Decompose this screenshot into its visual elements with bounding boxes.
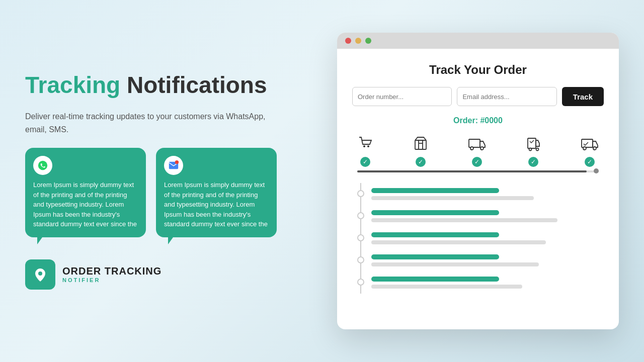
timeline-bar-secondary [371, 196, 534, 200]
timeline-item [357, 272, 604, 294]
browser-content: Track Your Order Track Order: #0000 ✓ [337, 49, 619, 329]
chat-card-email: Lorem Ipsum is simply dummy text of the … [156, 148, 277, 237]
svg-rect-10 [528, 138, 536, 148]
timeline-item [357, 183, 604, 205]
steps-row: ✓ ✓ [352, 135, 604, 167]
svg-point-5 [367, 145, 369, 147]
svg-point-4 [363, 145, 365, 147]
progress-bar [357, 170, 599, 173]
timeline-bar-secondary [371, 218, 557, 222]
left-panel: Tracking Notifications Deliver real-time… [25, 72, 297, 289]
cart-icon [357, 135, 373, 154]
timeline-dot [357, 256, 364, 263]
timeline-item [357, 227, 604, 249]
card2-text: Lorem Ipsum is simply dummy text of the … [164, 180, 269, 229]
track-button[interactable]: Track [562, 87, 604, 106]
timeline-item [357, 249, 604, 272]
truck-icon [468, 135, 486, 154]
svg-rect-7 [469, 139, 480, 147]
svg-point-11 [529, 148, 532, 151]
timeline-item [357, 205, 604, 227]
email-icon [164, 156, 183, 175]
out-delivery-check: ✓ [528, 157, 538, 167]
svg-point-8 [470, 147, 473, 150]
package-check: ✓ [416, 157, 426, 167]
timeline-bar-primary [371, 277, 499, 282]
card1-text: Lorem Ipsum is simply dummy text of the … [33, 180, 138, 229]
out-delivery-icon [525, 135, 541, 154]
cards-row: Lorem Ipsum is simply dummy text of the … [25, 148, 297, 237]
timeline [352, 183, 604, 294]
order-number-input[interactable] [352, 87, 452, 106]
step-out: ✓ [525, 135, 541, 167]
timeline-content [371, 254, 604, 266]
timeline-dot [357, 190, 364, 197]
step-cart: ✓ [357, 135, 373, 167]
svg-point-12 [536, 148, 539, 151]
timeline-bar-primary [371, 254, 499, 259]
timeline-content [371, 188, 604, 200]
logo-text: ORDER TRACKING NOTIFIER [62, 265, 162, 283]
shipped-check: ✓ [472, 157, 482, 167]
timeline-content [371, 232, 604, 244]
delivered-icon [581, 135, 599, 154]
subtext: Deliver real-time tracking updates to yo… [25, 110, 267, 136]
svg-point-2 [175, 160, 179, 164]
brand-sub: NOTIFIER [62, 277, 162, 283]
step-delivered: ✓ [581, 135, 599, 167]
browser-dot-green [365, 38, 371, 44]
email-input[interactable] [457, 87, 556, 106]
timeline-bar-primary [371, 232, 499, 237]
step-shipped: ✓ [468, 135, 486, 167]
progress-fill [357, 170, 587, 172]
svg-point-0 [38, 161, 47, 170]
timeline-bar-secondary [371, 240, 546, 244]
search-row: Track [352, 87, 604, 106]
delivered-check: ✓ [585, 157, 595, 167]
timeline-bar-primary [371, 188, 499, 193]
cart-check: ✓ [360, 157, 370, 167]
timeline-bar-secondary [371, 285, 522, 289]
order-number-display: Order: #0000 [352, 116, 604, 125]
whatsapp-icon [33, 156, 52, 175]
headline: Tracking Notifications [25, 72, 297, 98]
step-package: ✓ [413, 135, 429, 167]
progress-dot [594, 168, 599, 173]
svg-rect-6 [415, 140, 426, 149]
timeline-dot [357, 279, 364, 286]
chat-card-whatsapp: Lorem Ipsum is simply dummy text of the … [25, 148, 146, 237]
page-title: Track Your Order [352, 63, 604, 77]
timeline-content [371, 210, 604, 222]
svg-point-14 [583, 147, 586, 150]
browser-dot-yellow [355, 38, 361, 44]
headline-dark: Notifications [120, 72, 267, 98]
browser-bar [337, 33, 619, 49]
timeline-bar-primary [371, 210, 499, 215]
timeline-content [371, 277, 604, 289]
headline-teal: Tracking [25, 72, 120, 98]
timeline-dot [357, 212, 364, 219]
svg-point-9 [480, 147, 484, 150]
timeline-bar-secondary [371, 262, 539, 266]
svg-point-15 [593, 147, 596, 150]
timeline-dot [357, 234, 364, 241]
browser-dot-red [345, 38, 351, 44]
browser-window: Track Your Order Track Order: #0000 ✓ [337, 33, 619, 329]
logo-bar: ORDER TRACKING NOTIFIER [25, 259, 297, 290]
svg-point-3 [38, 272, 42, 276]
logo-icon [25, 259, 55, 290]
package-icon [413, 135, 429, 154]
brand-name: ORDER TRACKING [62, 265, 162, 277]
